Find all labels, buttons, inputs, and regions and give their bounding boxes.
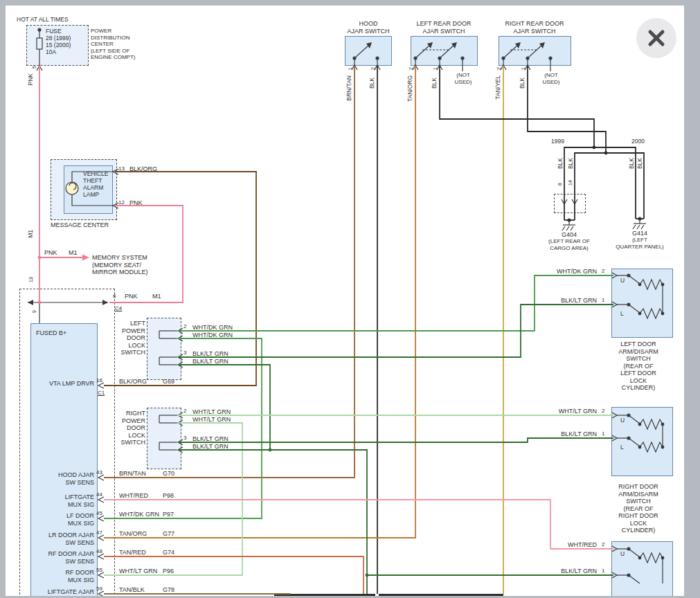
wht-dk-grn-wire-label: WHT/DK GRN bbox=[192, 324, 233, 332]
right-lock-switch-symbol bbox=[159, 413, 183, 453]
pin-label: 3 bbox=[183, 435, 186, 442]
bcm-wire-label: BRN/TAN bbox=[119, 470, 146, 478]
wht-lt-grn-wire-label: WHT/LT GRN bbox=[192, 416, 231, 424]
pin-label: 2 bbox=[602, 408, 604, 415]
bcm-signal-label: LF DOOR MUX SIG bbox=[21, 512, 94, 527]
memory-branch-circuit-label: M1 bbox=[69, 249, 78, 257]
wire-tan-org bbox=[104, 66, 415, 538]
bcm-pin-label: 55 bbox=[96, 567, 102, 574]
tan-org-wire-label: TAN/ORG bbox=[406, 75, 413, 102]
wht-lt-grn-wire-label: WHT/LT GRN bbox=[192, 408, 231, 416]
junction-dot bbox=[366, 574, 369, 577]
message-center-caption: MESSAGE CENTER bbox=[51, 221, 109, 229]
blk-org-wire-label: BLK/ORG bbox=[129, 165, 157, 173]
bcm-pin-label: 48 bbox=[96, 548, 102, 555]
frame-right bbox=[684, 0, 700, 598]
u-contact-label: U bbox=[620, 550, 625, 557]
l-contact-label: L bbox=[620, 310, 624, 317]
theft-alarm-lamp-label: VEHICLE THEFT ALARM LAMP bbox=[83, 170, 108, 198]
bcm-pin-label: 59 bbox=[96, 586, 102, 592]
frame-left bbox=[0, 0, 6, 598]
wire-blk-lt-grn-d bbox=[178, 450, 367, 594]
u-contact-label: U bbox=[620, 277, 625, 284]
u-contact-label: U bbox=[620, 417, 625, 424]
pin-label: 1 bbox=[602, 431, 604, 437]
tan-yel-wire-label: TAN/YEL bbox=[494, 75, 501, 100]
wire-blk-1999-b bbox=[575, 153, 606, 220]
bcm-signal-label: VTA LMP DRVR bbox=[40, 380, 94, 388]
pin-label: 2 bbox=[496, 67, 503, 70]
not-used-label: (NOT USED) bbox=[449, 72, 478, 85]
wire-blk-lt-grn-c bbox=[178, 438, 613, 442]
bcm-circuit-label: M1 bbox=[152, 293, 161, 300]
bcm-wire-label: WHT/RED bbox=[119, 492, 148, 500]
bcm-circuit-label: G70 bbox=[163, 470, 174, 478]
bcm-pin-label: 44 bbox=[96, 491, 102, 498]
memory-branch-wire-label: PNK bbox=[44, 249, 57, 257]
pin-label: 3 bbox=[183, 350, 186, 356]
pin-label: 2 bbox=[370, 67, 377, 70]
bcm-wire-label: WHT/LT GRN bbox=[119, 568, 157, 575]
g404-location-label: (LEFT REAR OF CARGO AREA) bbox=[544, 238, 594, 251]
blk-lt-grn-wire-label: BLK/LT GRN bbox=[533, 297, 597, 305]
pin-12-label: 12 bbox=[118, 199, 125, 206]
bcm-signal-label: LIFTGATE MUX SIG bbox=[21, 493, 94, 508]
pin-label: 1 bbox=[602, 568, 604, 574]
pin-8-label: 8 bbox=[557, 183, 564, 185]
close-button[interactable] bbox=[636, 18, 676, 58]
pin-14-label: 14 bbox=[568, 180, 574, 185]
pin-label: 1 bbox=[433, 67, 439, 70]
fused-b-plus-label: FUSED B+ bbox=[36, 329, 66, 337]
pin-label: 2 bbox=[409, 67, 415, 70]
junction-dot bbox=[38, 301, 42, 305]
wht-dk-grn-wire-label: WHT/DK GRN bbox=[192, 332, 233, 339]
year-1999-label: 1999 bbox=[551, 138, 564, 145]
wiring-diagram-viewer: HOT AT ALL TIMES FUSE 28 (1999) 15 (2000… bbox=[0, 0, 700, 598]
pin-label: 1 bbox=[348, 67, 354, 70]
bcm-signal-label: LR DOOR AJAR SW SENS bbox=[21, 532, 94, 546]
junction-dot bbox=[269, 448, 272, 452]
pin-label: 2 bbox=[602, 541, 604, 548]
bcm-wire-label: TAN/ORG bbox=[119, 530, 147, 538]
pin-label: 2 bbox=[183, 323, 186, 330]
pin-label: 2 bbox=[183, 408, 186, 415]
pin-label: 2 bbox=[602, 268, 604, 275]
bcm-wire-label: BLK/ORG bbox=[119, 378, 147, 386]
g414-label: G414 bbox=[622, 230, 657, 237]
blk-wire-label: BLK bbox=[368, 78, 375, 89]
bcm-wire-label: WHT/DK GRN bbox=[119, 511, 159, 518]
right-power-door-lock-switch-label: RIGHT POWER DOOR LOCK SWITCH bbox=[112, 410, 145, 446]
bcm-pin-label: 47 bbox=[96, 529, 102, 536]
not-used-label: (NOT USED) bbox=[537, 72, 566, 85]
right-rear-door-ajar-switch-title: RIGHT REAR DOOR AJAR SWITCH bbox=[493, 20, 576, 35]
brn-tan-wire-label: BRN/TAN bbox=[345, 75, 352, 101]
bcm-pin-13-label: 13 bbox=[28, 277, 35, 282]
close-icon bbox=[646, 28, 667, 48]
fuse-symbol bbox=[37, 28, 42, 71]
fuse-pin-label: 5 bbox=[32, 66, 38, 69]
memory-system-label: MEMORY SYSTEM (MEMORY SEAT/ MIRROR MODUL… bbox=[92, 254, 148, 276]
bcm-pin-label: 16 bbox=[96, 377, 102, 384]
g414-location-label: (LEFT QUARTER PANEL) bbox=[615, 237, 665, 250]
pin-label: 1 bbox=[521, 67, 527, 70]
bcm-pin-label: 45 bbox=[96, 510, 102, 517]
blk-lt-grn-wire-label: BLK/LT GRN bbox=[533, 431, 597, 438]
blk-wire-label: BLK bbox=[567, 158, 574, 169]
blk-wire-label: BLK bbox=[519, 78, 526, 89]
blk-lt-grn-wire-label: BLK/LT GRN bbox=[192, 350, 228, 358]
bcm-circuit-label: G78 bbox=[163, 586, 174, 594]
hood-ajar-switch-title: HOOD AJAR SWITCH bbox=[338, 20, 399, 35]
bcm-wire-label: TAN/RED bbox=[119, 549, 146, 556]
memory-branch-arrowhead bbox=[82, 255, 89, 261]
bcm-wire-label: TAN/BLK bbox=[119, 586, 145, 594]
bcm-circuit-label: P98 bbox=[163, 492, 174, 500]
power-distribution-center-label: POWER DISTRIBUTION CENTER (LEFT SIDE OF … bbox=[91, 28, 135, 61]
blk-wire-label: BLK bbox=[628, 158, 635, 169]
pnk-wire-label: PNK bbox=[27, 73, 34, 85]
bcm-circuit-label: G74 bbox=[163, 549, 174, 556]
wht-red-wire-label: WHT/RED bbox=[533, 541, 597, 549]
left-rear-door-ajar-switch-title: LEFT REAR DOOR AJAR SWITCH bbox=[405, 20, 483, 35]
right-door-arm-disarm-caption: RIGHT DOOR ARM/DISARM SWITCH (REAR OF RI… bbox=[604, 483, 673, 534]
bcm-row-arrows bbox=[98, 383, 104, 597]
blk-wire-label: BLK bbox=[431, 78, 438, 89]
